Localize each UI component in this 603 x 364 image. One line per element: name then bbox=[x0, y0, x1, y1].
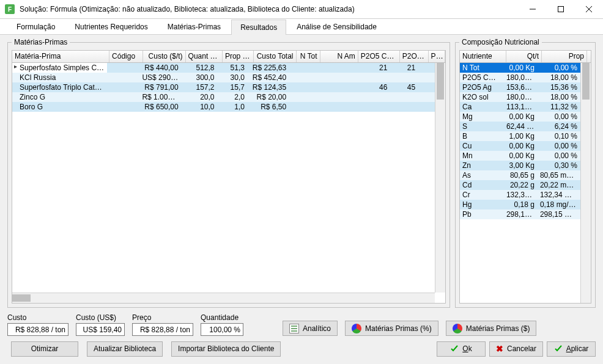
table-row[interactable]: KCl RussiaUS$ 290,00300,030,0R$ 452,40 bbox=[12, 73, 435, 82]
cell: R$ 791,00 bbox=[139, 82, 181, 92]
col-header[interactable]: P2O... bbox=[429, 51, 445, 62]
table-row[interactable]: K2O sol180,00 Kg18,00 % bbox=[460, 92, 580, 102]
col-header[interactable]: Nutriente bbox=[460, 51, 506, 62]
table-row[interactable]: Mg0,00 Kg0,00 % bbox=[460, 112, 580, 122]
table-row[interactable]: Ca113,15 Kg11,32 % bbox=[460, 102, 580, 112]
composicao-panel: Composição Nutricional NutrienteQt/tProp… bbox=[455, 38, 596, 308]
cell: 0,18 mg/Kg bbox=[538, 200, 580, 209]
cell bbox=[313, 102, 350, 112]
col-header[interactable]: N Tot bbox=[297, 51, 320, 62]
tab-mat-rias-primas[interactable]: Matérias-Primas bbox=[158, 19, 230, 34]
cell bbox=[390, 102, 418, 112]
ok-button[interactable]: Ok bbox=[437, 341, 486, 357]
col-header[interactable]: Prop (%) bbox=[223, 51, 254, 62]
composicao-grid[interactable]: NutrienteQt/tProp N Tot0,00 Kg0,00 %P2O5… bbox=[459, 50, 591, 304]
table-row[interactable]: As80,65 g80,65 mg/Kg bbox=[460, 170, 580, 180]
otimizar-button[interactable]: Otimizar bbox=[11, 341, 78, 357]
minimize-button[interactable] bbox=[519, 0, 547, 18]
cell: 298,15 g bbox=[504, 209, 538, 219]
cancelar-button[interactable]: ✖Cancelar bbox=[489, 341, 543, 357]
field-custo: Custo bbox=[7, 313, 68, 336]
input-preco[interactable] bbox=[132, 323, 193, 336]
col-header[interactable]: Custo ($/t) bbox=[143, 51, 186, 62]
cell: 45 bbox=[390, 82, 418, 92]
cell: S bbox=[460, 122, 504, 131]
table-row[interactable]: Zn3,00 Kg0,30 % bbox=[460, 161, 580, 170]
col-header[interactable]: Matéria-Prima bbox=[12, 51, 109, 62]
input-quantidade[interactable] bbox=[201, 323, 243, 336]
materias-percent-button[interactable]: Matérias Primas (%) bbox=[345, 321, 438, 336]
importar-biblioteca-button[interactable]: Importar Biblioteca do Cliente bbox=[171, 341, 281, 357]
app-icon: F bbox=[5, 4, 15, 14]
table-row[interactable]: P2O5 Ag153,61 Kg15,36 % bbox=[460, 82, 580, 92]
col-header[interactable]: Prop bbox=[542, 51, 587, 62]
col-header[interactable]: N Am bbox=[320, 51, 358, 62]
table-row[interactable]: Cd20,22 g20,22 mg/Kg bbox=[460, 180, 580, 190]
table-row[interactable]: Superfosfato Simples CopebrásR$ 440,0051… bbox=[12, 63, 435, 73]
pie-icon bbox=[352, 324, 361, 333]
atualizar-biblioteca-button[interactable]: Atualizar Biblioteca bbox=[87, 341, 163, 357]
cell: Boro G bbox=[12, 102, 107, 112]
cell bbox=[289, 63, 313, 73]
col-header[interactable]: Código bbox=[109, 51, 143, 62]
cell bbox=[390, 73, 418, 82]
maximize-button[interactable] bbox=[547, 0, 575, 18]
cell: R$ 124,35 bbox=[248, 82, 289, 92]
materias-hscroll[interactable] bbox=[12, 293, 435, 303]
cell: P2O5 Ag bbox=[460, 82, 504, 92]
cell: Hg bbox=[460, 200, 504, 209]
input-custo-us[interactable] bbox=[76, 323, 125, 336]
materias-primas-legend: Matérias-Primas bbox=[12, 38, 70, 46]
table-row[interactable]: Boro GR$ 650,0010,01,0R$ 6,50 bbox=[12, 102, 435, 112]
cell: 6,24 % bbox=[538, 122, 580, 131]
cell: 80,65 g bbox=[504, 170, 538, 180]
cell: 0,00 % bbox=[538, 141, 580, 151]
table-row[interactable]: N Tot0,00 Kg0,00 % bbox=[460, 63, 580, 73]
cell: 132,34 mg/Kg bbox=[538, 190, 580, 200]
materias-vscroll[interactable] bbox=[435, 63, 445, 293]
table-row[interactable]: P2O5 CNA+A180,00 Kg18,00 % bbox=[460, 73, 580, 82]
cell: 15,7 bbox=[218, 82, 248, 92]
table-row[interactable]: Cu0,00 Kg0,00 % bbox=[460, 141, 580, 151]
cell: 1,0 bbox=[218, 102, 248, 112]
field-preco: Preço bbox=[132, 313, 193, 336]
cell: 153,61 Kg bbox=[504, 82, 538, 92]
cell: 113,15 Kg bbox=[504, 102, 538, 112]
input-custo[interactable] bbox=[7, 323, 68, 336]
table-row[interactable]: Hg0,18 g0,18 mg/Kg bbox=[460, 200, 580, 209]
tab-nutrientes-requeridos[interactable]: Nutrientes Requeridos bbox=[65, 19, 157, 34]
materias-primas-grid[interactable]: Matéria-PrimaCódigoCusto ($/t)Quant (Kg)… bbox=[12, 50, 446, 304]
cell bbox=[289, 82, 313, 92]
table-row[interactable]: Cr132,34 g132,34 mg/Kg bbox=[460, 190, 580, 200]
analitico-button[interactable]: Analítico bbox=[283, 321, 338, 336]
table-row[interactable]: B1,00 Kg0,10 % bbox=[460, 131, 580, 141]
tab-bar: FormulaçãoNutrientes RequeridosMatérias-… bbox=[0, 19, 603, 35]
tab-resultados[interactable]: Resultados bbox=[231, 20, 286, 35]
ok-rest: k bbox=[468, 344, 472, 353]
label-custo-us: Custo (US$) bbox=[76, 313, 125, 322]
col-header[interactable]: P2O5 ... bbox=[400, 51, 429, 62]
cell: Zinco G bbox=[12, 92, 107, 102]
table-row[interactable]: Zinco GR$ 1.000,0020,02,0R$ 20,00 bbox=[12, 92, 435, 102]
col-header[interactable]: Quant (Kg) bbox=[186, 51, 223, 62]
report-icon bbox=[289, 324, 299, 333]
tab-formula-o[interactable]: Formulação bbox=[7, 19, 64, 34]
close-button[interactable] bbox=[575, 0, 603, 18]
col-header[interactable]: Qt/t bbox=[506, 51, 542, 62]
cell: Cd bbox=[460, 180, 504, 190]
composicao-vscroll[interactable] bbox=[580, 63, 591, 303]
table-row[interactable]: Superfosfato Triplo CatalãoR$ 791,00157,… bbox=[12, 82, 435, 92]
col-header[interactable]: P2O5 CNA... bbox=[358, 51, 400, 62]
table-row[interactable]: Mn0,00 Kg0,00 % bbox=[460, 151, 580, 161]
materias-dollar-button[interactable]: Matérias Primas ($) bbox=[446, 321, 537, 336]
svg-rect-0 bbox=[558, 7, 564, 12]
field-quantidade: Quantidade bbox=[201, 313, 243, 336]
col-header[interactable]: Custo Total bbox=[254, 51, 297, 62]
tab-an-lise-de-sensibilidade[interactable]: Análise de Sensibilidade bbox=[287, 19, 386, 34]
aplicar-button[interactable]: Aplicar bbox=[547, 341, 596, 357]
table-row[interactable]: S62,44 Kg6,24 % bbox=[460, 122, 580, 131]
cell: 0,00 % bbox=[538, 151, 580, 161]
cell: R$ 6,50 bbox=[248, 102, 289, 112]
table-row[interactable]: Pb298,15 g298,15 mg/Kg bbox=[460, 209, 580, 219]
cell: K2O sol bbox=[460, 92, 504, 102]
